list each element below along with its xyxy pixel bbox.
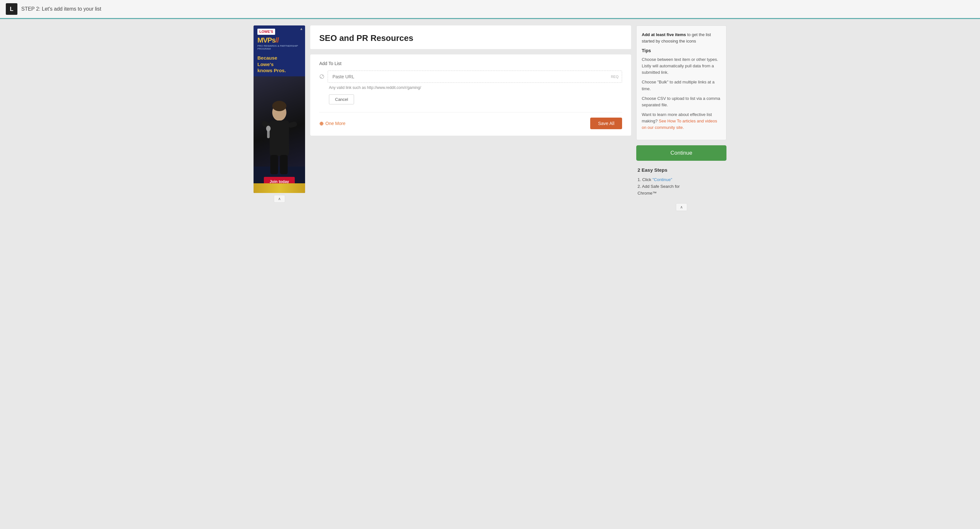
list-card: SEO and PR Resources xyxy=(310,25,631,49)
tip4-text: Want to learn more about effective list … xyxy=(642,112,721,131)
svg-point-1 xyxy=(272,101,286,111)
url-input-row: ⚇ REQ xyxy=(319,70,622,83)
continue-button[interactable]: Continue xyxy=(636,145,727,161)
header: L STEP 2: Let's add items to your list xyxy=(0,0,980,19)
ad-figure xyxy=(253,76,305,167)
right-sidebar: Add at least five items to get the list … xyxy=(636,25,727,211)
link-icon: ⚇ xyxy=(318,72,326,81)
url-hint: Any valid link such as http://www.reddit… xyxy=(329,85,622,90)
tip2-text: Choose "Bulk" to add multiple links at a… xyxy=(642,79,721,92)
svg-point-6 xyxy=(266,126,270,131)
tips-heading: Tips xyxy=(642,48,721,53)
svg-rect-2 xyxy=(270,121,289,156)
one-more-link[interactable]: ⊕ One More xyxy=(319,121,345,127)
ad-scroll-up-btn[interactable]: ∧ xyxy=(274,195,285,202)
ad-decoration xyxy=(253,183,305,193)
main-layout: ▲ LOWE'S MVPs// PRO REWARDS & PARTNERSHI… xyxy=(248,19,732,217)
ad-info-icon[interactable]: ▲ xyxy=(300,27,303,30)
step2-text: 2. Add Safe Search for xyxy=(638,184,680,189)
easy-steps-title: 2 Easy Steps xyxy=(638,167,725,173)
step1-continue-link[interactable]: "Continue" xyxy=(652,177,672,182)
sidebar-scroll-up-btn[interactable]: ∧ xyxy=(676,203,687,211)
easy-steps-step1: 1. Click "Continue" xyxy=(638,177,725,183)
svg-rect-7 xyxy=(270,155,278,174)
list-title: SEO and PR Resources xyxy=(319,33,622,43)
one-more-label: One More xyxy=(325,121,345,126)
cancel-button[interactable]: Cancel xyxy=(329,94,354,104)
url-input[interactable] xyxy=(328,71,622,83)
easy-steps-panel: 2 Easy Steps 1. Click "Continue" 2. Add … xyxy=(636,167,727,196)
svg-rect-8 xyxy=(280,155,288,174)
save-all-button[interactable]: Save All xyxy=(590,118,622,129)
page-title: STEP 2: Let's add items to your list xyxy=(21,6,101,12)
ad-person-svg xyxy=(260,100,299,183)
easy-steps-step2: 2. Add Safe Search for xyxy=(638,183,725,190)
tips-panel: Add at least five items to get the list … xyxy=(636,25,727,140)
ad-banner: ▲ LOWE'S MVPs// PRO REWARDS & PARTNERSHI… xyxy=(253,25,305,193)
app-logo: L xyxy=(6,3,18,15)
url-input-wrapper[interactable]: REQ xyxy=(328,70,622,83)
ad-tagline: Because Lowe's knows Pros. xyxy=(253,52,305,76)
ad-brand-box: LOWE'S xyxy=(258,29,275,35)
svg-rect-4 xyxy=(287,121,298,129)
tip1-text: Choose between text item or other types.… xyxy=(642,56,721,76)
step1-prefix: 1. Click xyxy=(638,177,652,182)
req-badge: REQ xyxy=(611,75,619,79)
ad-image-area: Join today xyxy=(253,76,305,193)
easy-steps-step2b: Chrome™ xyxy=(638,190,725,197)
ad-mvps-text: MVPs// xyxy=(258,37,301,44)
ad-program-label: PRO REWARDS & PARTNERSHIP PROGRAM xyxy=(258,45,301,50)
step2b-text: Chrome™ xyxy=(638,191,657,196)
tip3-text: Choose CSV to upload to list via a comma… xyxy=(642,96,721,108)
ad-lowes-logo: LOWE'S xyxy=(258,29,301,35)
center-content: SEO and PR Resources Add To List ⚇ REQ A… xyxy=(310,25,631,211)
one-more-row: ⊕ One More Save All xyxy=(319,112,622,129)
ad-top: LOWE'S MVPs// PRO REWARDS & PARTNERSHIP … xyxy=(253,25,305,52)
add-to-list-section: Add To List ⚇ REQ Any valid link such as… xyxy=(310,54,631,135)
ad-column: ▲ LOWE'S MVPs// PRO REWARDS & PARTNERSHI… xyxy=(253,25,305,211)
list-card-header: SEO and PR Resources xyxy=(310,25,631,49)
add-to-list-label: Add To List xyxy=(319,61,622,66)
tips-intro-bold: Add at least five items xyxy=(642,32,686,37)
tips-intro: Add at least five items to get the list … xyxy=(642,32,721,44)
plus-icon: ⊕ xyxy=(319,121,323,127)
